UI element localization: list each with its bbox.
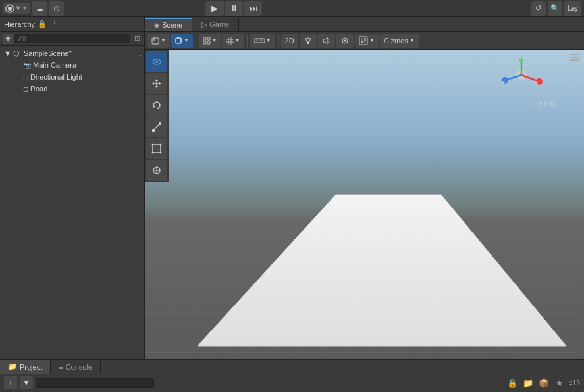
- persp-label: < Persp: [533, 100, 556, 107]
- separator-1: [68, 3, 68, 14]
- rotate-overlay-button[interactable]: [146, 95, 167, 116]
- 2d-label: 2D: [285, 37, 294, 45]
- hierarchy-item-road[interactable]: ◻ Road: [9, 83, 144, 95]
- scale-overlay-button[interactable]: [146, 116, 167, 137]
- logo-chevron: ▼: [22, 5, 27, 11]
- snap-button[interactable]: ▼: [199, 34, 221, 48]
- svg-marker-60: [155, 86, 158, 88]
- persp-text: < Persp: [533, 100, 556, 107]
- audio-button[interactable]: [318, 34, 335, 48]
- corner-line-1: [570, 54, 580, 55]
- eye-tool-button[interactable]: [146, 51, 167, 72]
- svg-rect-27: [361, 38, 363, 41]
- light-label: Directional Light: [30, 73, 82, 81]
- hand-tool-button[interactable]: ▼: [147, 34, 170, 48]
- road-label: Road: [30, 85, 47, 93]
- gizmos-button[interactable]: Gizmos ▼: [380, 34, 419, 48]
- pause-button[interactable]: ⏸: [225, 1, 243, 16]
- svg-point-71: [160, 152, 162, 154]
- hierarchy-lock-icon[interactable]: 🔒: [38, 20, 47, 29]
- svg-point-56: [155, 61, 158, 63]
- cloud-button[interactable]: ☁: [32, 1, 47, 16]
- scene-tab-label: Scene: [162, 21, 182, 29]
- unity-logo[interactable]: Y ▼: [3, 3, 30, 14]
- scene-icon: ⬡: [13, 49, 20, 58]
- hierarchy-item-camera[interactable]: 📷 Main Camera: [9, 59, 144, 71]
- main-content: Hierarchy 🔒 ⋮ + ⊡ ▼ ⬡ SampleScene* ⋮ 📷 M…: [0, 17, 584, 359]
- svg-rect-7: [207, 37, 210, 40]
- account-button[interactable]: ⊙: [49, 1, 64, 16]
- light-button[interactable]: [300, 34, 317, 48]
- tabs-bar: ◈ Scene ▷ Game: [145, 17, 584, 32]
- render-mode-button[interactable]: ▼: [355, 34, 379, 48]
- road-object-icon: ◻: [23, 86, 28, 93]
- play-button[interactable]: ▶: [205, 1, 224, 16]
- scene-viewport[interactable]: X Y Z < Persp: [145, 50, 584, 359]
- bottom-tabs: 📁 Project ≡ Console: [0, 360, 584, 374]
- transform-overlay-button[interactable]: [146, 160, 167, 181]
- hierarchy-children: 📷 Main Camera ◻ Directional Light ◻ Road: [0, 59, 144, 95]
- bottom-search-input[interactable]: [36, 378, 154, 388]
- bottom-menu-button[interactable]: ▼: [20, 376, 33, 389]
- tab-project[interactable]: 📁 Project: [0, 360, 51, 374]
- hierarchy-title: Hierarchy: [4, 20, 35, 28]
- scene-expand-icon: ▼: [4, 49, 11, 57]
- step-button[interactable]: ⏭: [244, 1, 262, 16]
- hierarchy-search-input[interactable]: [15, 34, 130, 43]
- bottom-folder-icon[interactable]: 📁: [521, 376, 535, 389]
- search-button[interactable]: 🔍: [548, 1, 562, 16]
- tab-game[interactable]: ▷ Game: [192, 18, 239, 31]
- hierarchy-add-button[interactable]: +: [3, 34, 13, 44]
- bottom-add-button[interactable]: +: [4, 376, 17, 389]
- tab-console[interactable]: ≡ Console: [51, 360, 101, 374]
- hierarchy-panel: Hierarchy 🔒 ⋮ + ⊡ ▼ ⬡ SampleScene* ⋮ 📷 M…: [0, 17, 145, 359]
- toolbar-sep-2: [247, 35, 248, 47]
- svg-rect-29: [361, 41, 363, 43]
- svg-marker-23: [323, 37, 327, 44]
- hierarchy-menu-icon[interactable]: ⋮: [49, 20, 59, 29]
- layer-count-text: ≡16: [569, 380, 580, 387]
- bottom-star-icon[interactable]: ★: [553, 376, 566, 389]
- bottom-right-icons: 🔒 📁 📦 ★ ≡16: [506, 376, 580, 389]
- ruler-button[interactable]: ▼: [250, 34, 275, 48]
- grid-button[interactable]: ▼: [222, 34, 244, 48]
- hierarchy-search-bar: + ⊡: [0, 32, 144, 46]
- hierarchy-item-light[interactable]: ◻ Directional Light: [9, 71, 144, 83]
- tab-scene[interactable]: ◈ Scene: [145, 18, 192, 31]
- svg-rect-66: [152, 129, 155, 132]
- hierarchy-filter-icon[interactable]: ⊡: [132, 34, 142, 43]
- scene-tab-icon: ◈: [154, 21, 159, 30]
- scene-toolbar: ▼ ▼: [145, 32, 584, 50]
- svg-rect-65: [159, 122, 161, 125]
- camera-object-icon: 📷: [23, 62, 31, 69]
- move-tool-chevron: ▼: [184, 37, 189, 43]
- layers-button[interactable]: Lay: [564, 1, 581, 16]
- toolbar-sep-1: [196, 35, 196, 47]
- svg-rect-19: [307, 42, 309, 44]
- move-overlay-button[interactable]: [146, 73, 167, 94]
- view-tools: ▼: [250, 34, 275, 48]
- hierarchy-content: ▼ ⬡ SampleScene* ⋮ 📷 Main Camera ◻ Direc…: [0, 46, 144, 359]
- svg-text:Y: Y: [520, 57, 523, 62]
- history-button[interactable]: ↺: [531, 1, 546, 16]
- corner-line-3: [570, 59, 580, 61]
- transform-tools: ▼ ▼: [147, 34, 193, 48]
- effects-button[interactable]: [336, 34, 354, 48]
- scene-label: SampleScene*: [24, 49, 72, 57]
- rect-overlay-button[interactable]: [146, 138, 167, 159]
- bottom-package-icon[interactable]: 📦: [537, 376, 550, 389]
- layer-count: ≡16: [569, 380, 580, 387]
- bottom-lock-icon[interactable]: 🔒: [506, 376, 519, 389]
- play-controls: ▶ ⏸ ⏭: [205, 1, 262, 16]
- snap-tools: ▼ ▼: [199, 34, 244, 48]
- svg-rect-6: [203, 37, 206, 40]
- bottom-toolbar: + ▼ 🔒 📁 📦 ★ ≡16: [0, 374, 584, 392]
- toolbar-sep-3: [278, 35, 279, 47]
- scene-gizmo[interactable]: X Y Z: [498, 55, 544, 101]
- scene-menu-icon[interactable]: ⋮: [137, 49, 144, 58]
- move-tool-button[interactable]: ▼: [171, 34, 193, 48]
- hierarchy-header: Hierarchy 🔒 ⋮: [0, 17, 144, 32]
- hierarchy-scene-item[interactable]: ▼ ⬡ SampleScene* ⋮: [0, 47, 144, 59]
- svg-marker-59: [155, 79, 158, 81]
- 2d-button[interactable]: 2D: [281, 34, 298, 48]
